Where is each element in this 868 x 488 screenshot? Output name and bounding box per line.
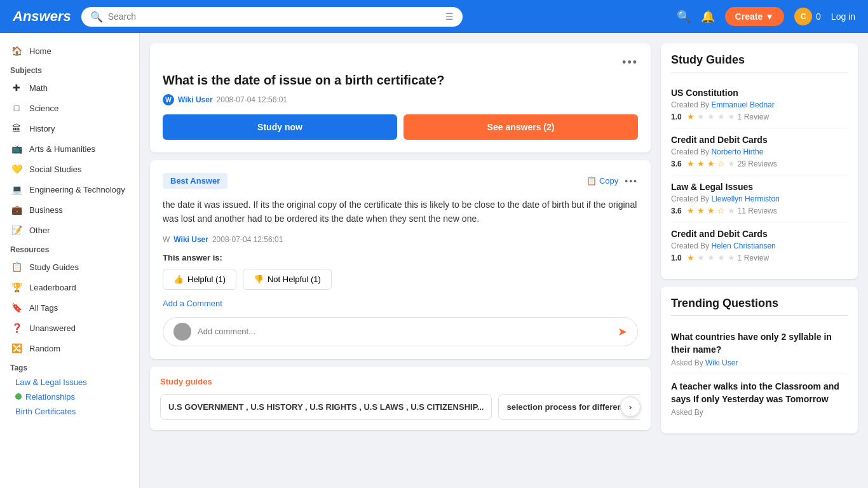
history-icon: 🏛 — [10, 123, 23, 133]
search-icon: 🔍 — [90, 11, 103, 23]
study-now-button[interactable]: Study now — [163, 114, 397, 140]
question-card: ••• What is the date of issue on a birth… — [150, 43, 651, 152]
center-column: ••• What is the date of issue on a birth… — [150, 43, 651, 478]
question-meta: W Wiki User 2008-07-04 12:56:01 — [163, 94, 638, 105]
right-study-guides-card: Study Guides US Constitution Created By … — [661, 43, 858, 279]
sidebar-tag-birth-certificates[interactable]: Birth Certificates — [0, 404, 139, 419]
sidebar-item-random[interactable]: 🔀 Random — [0, 338, 139, 358]
carousel-next-button[interactable]: › — [620, 396, 641, 417]
sidebar-item-social-studies[interactable]: 💛 Social Studies — [0, 159, 139, 179]
sidebar-tag-law[interactable]: Law & Legal Issues — [0, 375, 139, 390]
answer-rating-label: This answer is: — [163, 253, 638, 262]
trending-item-meta-1: Asked By — [671, 408, 848, 417]
sidebar-item-study-guides[interactable]: 📋 Study Guides — [0, 257, 139, 277]
trending-item-meta-0: Asked By Wiki User — [671, 358, 848, 367]
study-guide-item-0: US Constitution Created By Emmanuel Bedn… — [671, 81, 848, 128]
engineering-icon: 💻 — [10, 184, 23, 194]
study-guide-item-title-2[interactable]: Law & Legal Issues — [671, 182, 848, 192]
study-guide-card-0[interactable]: U.S GOVERNMENT , U.S HISTORY , U.S RIGHT… — [160, 394, 492, 420]
thumbs-up-icon: 👍 — [173, 274, 184, 284]
answer-header: Best Answer 📋 Copy ••• — [163, 173, 638, 189]
right-column: Study Guides US Constitution Created By … — [661, 43, 858, 478]
sidebar-item-business[interactable]: 💼 Business — [0, 200, 139, 220]
trending-item-1: A teacher walks into the Classroom and s… — [671, 374, 848, 423]
add-comment-link[interactable]: Add a Comment — [163, 299, 638, 308]
sidebar: 🏠 Home Subjects ✚ Math □ Science 🏛 Histo… — [0, 33, 140, 488]
business-icon: 💼 — [10, 205, 23, 215]
study-guide-card-1[interactable]: selection process for different jobs — [498, 394, 641, 420]
comment-input-row: ➤ — [163, 317, 638, 346]
study-guide-stars-3: 1.0 ★★★★★ 1 Review — [671, 253, 848, 262]
math-icon: ✚ — [10, 83, 23, 93]
study-guides-section: Study guides U.S GOVERNMENT , U.S HISTOR… — [150, 367, 651, 430]
study-guide-item-meta-1: Created By Norberto Hirthe — [671, 147, 848, 156]
sidebar-tag-relationships[interactable]: Relationships — [0, 390, 139, 404]
helpful-button[interactable]: 👍 Helpful (1) — [163, 269, 236, 290]
login-button[interactable]: Log in — [831, 11, 855, 22]
sidebar-item-home[interactable]: 🏠 Home — [0, 41, 139, 61]
header-right: 🔍 🔔 Create ▼ C 0 Log in — [677, 7, 855, 26]
sidebar-item-science[interactable]: □ Science — [0, 98, 139, 118]
sidebar-item-arts-humanities[interactable]: 📺 Arts & Humanities — [0, 139, 139, 159]
subjects-label: Subjects — [0, 61, 139, 78]
answer-author-icon: W — [163, 235, 170, 244]
leaderboard-icon: 🏆 — [10, 282, 23, 292]
chevron-down-icon: ▼ — [765, 11, 774, 22]
trending-item-title-1[interactable]: A teacher walks into the Classroom and s… — [671, 381, 848, 405]
comment-send-button[interactable]: ➤ — [618, 325, 627, 339]
question-title: What is the date of issue on a birth cer… — [163, 73, 638, 88]
logo: Answers — [13, 8, 71, 25]
social-studies-icon: 💛 — [10, 164, 23, 174]
not-helpful-button[interactable]: 👎 Not Helpful (1) — [243, 269, 332, 290]
sidebar-item-engineering[interactable]: 💻 Engineering & Technology — [0, 179, 139, 200]
trending-asker-0[interactable]: Wiki User — [705, 358, 738, 367]
science-icon: □ — [10, 103, 23, 113]
trending-item-title-0[interactable]: What countries have only 2 syllable in t… — [671, 331, 848, 356]
resources-label: Resources — [0, 240, 139, 257]
answer-menu-button[interactable]: ••• — [625, 176, 638, 186]
sidebar-item-all-tags[interactable]: 🔖 All Tags — [0, 297, 139, 318]
study-guide-creator-2[interactable]: Llewellyn Hermiston — [711, 194, 779, 203]
all-tags-icon: 🔖 — [10, 302, 23, 313]
trending-questions-card: Trending Questions What countries have o… — [661, 287, 858, 433]
sidebar-item-math[interactable]: ✚ Math — [0, 78, 139, 98]
sidebar-item-history[interactable]: 🏛 History — [0, 118, 139, 139]
see-answers-button[interactable]: See answers (2) — [403, 114, 638, 140]
study-guide-item-title-0[interactable]: US Constitution — [671, 88, 848, 98]
answer-author: Wiki User — [173, 235, 208, 244]
sidebar-item-unanswered[interactable]: ❓ Unanswered — [0, 318, 139, 338]
notification-button[interactable]: 🔔 — [701, 10, 715, 24]
study-guide-item-1: Credit and Debit Cards Created By Norber… — [671, 128, 848, 175]
filter-icon[interactable]: ☰ — [445, 11, 454, 22]
study-guide-item-meta-3: Created By Helen Christiansen — [671, 241, 848, 250]
unanswered-icon: ❓ — [10, 323, 23, 333]
study-guide-creator-0[interactable]: Emmanuel Bednar — [711, 100, 774, 109]
sidebar-item-other[interactable]: 📝 Other — [0, 220, 139, 240]
search-button[interactable]: 🔍 — [677, 10, 691, 24]
header: Answers 🔍 ☰ 🔍 🔔 Create ▼ C 0 Log in — [0, 0, 868, 33]
study-guide-item-meta-0: Created By Emmanuel Bednar — [671, 100, 848, 109]
study-guides-icon: 📋 — [10, 262, 23, 272]
study-guide-stars-2: 3.6 ★★★☆★ 11 Reviews — [671, 206, 848, 215]
home-icon: 🏠 — [10, 46, 23, 56]
search-input[interactable] — [108, 11, 440, 22]
study-guide-item-title-1[interactable]: Credit and Debit Cards — [671, 135, 848, 145]
study-guide-creator-1[interactable]: Norberto Hirthe — [711, 147, 763, 156]
study-guide-creator-3[interactable]: Helen Christiansen — [711, 241, 775, 250]
sidebar-item-leaderboard[interactable]: 🏆 Leaderboard — [0, 277, 139, 297]
study-guide-item-title-3[interactable]: Credit and Debit Cards — [671, 229, 848, 239]
answer-timestamp: 2008-07-04 12:56:01 — [212, 235, 283, 244]
question-menu-button[interactable]: ••• — [622, 56, 638, 69]
study-guides-carousel: U.S GOVERNMENT , U.S HISTORY , U.S RIGHT… — [160, 394, 641, 420]
answer-card: Best Answer 📋 Copy ••• the date it was i… — [150, 160, 651, 359]
arts-icon: 📺 — [10, 144, 23, 154]
other-icon: 📝 — [10, 225, 23, 235]
comment-input[interactable] — [198, 327, 611, 336]
dot-icon — [15, 393, 22, 400]
copy-icon: 📋 — [587, 176, 597, 186]
study-guide-stars-0: 1.0 ★★★★★ 1 Review — [671, 112, 848, 121]
answer-header-right: 📋 Copy ••• — [587, 176, 638, 186]
study-guide-item-3: Credit and Debit Cards Created By Helen … — [671, 222, 848, 269]
create-button[interactable]: Create ▼ — [725, 7, 784, 26]
copy-button[interactable]: 📋 Copy — [587, 176, 618, 186]
